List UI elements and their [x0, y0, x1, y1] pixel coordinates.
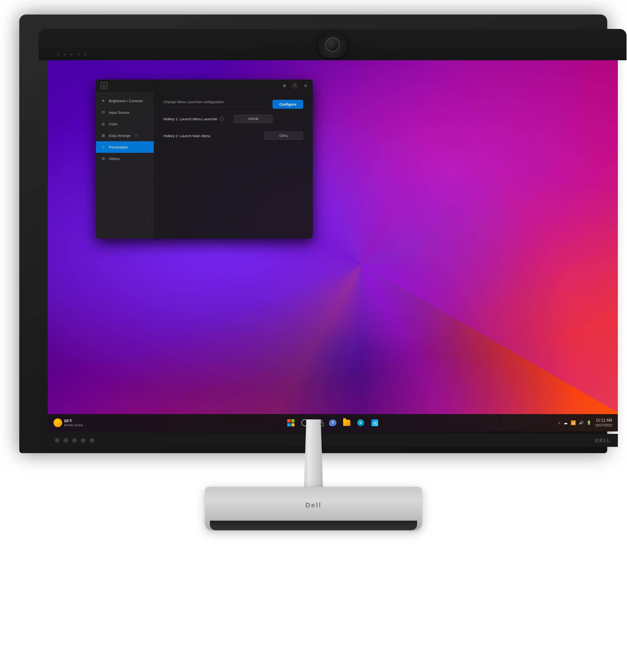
others-icon: ⊟: [101, 156, 105, 161]
indicator-light-1: [57, 53, 59, 55]
weather-icon: [53, 418, 62, 427]
dell-logo-stand: Dell: [305, 501, 321, 509]
monitor-button-group-left: [55, 438, 94, 442]
app-window: ◱ ⚙ ? ✕: [96, 79, 313, 239]
edge-button[interactable]: e: [356, 418, 365, 427]
hotkey2-input[interactable]: [265, 131, 303, 140]
app-logo: ◱: [101, 82, 107, 89]
windows-icon: [287, 419, 294, 426]
close-icon: ✕: [303, 83, 309, 89]
file-explorer-button[interactable]: [342, 418, 351, 427]
taskbar-right: ∧ ☁ 📶 🔊 🔋 11:11 AM 10/27/2023: [558, 418, 612, 428]
configure-button[interactable]: Configure: [272, 100, 303, 109]
sidebar-item-input-source[interactable]: ⊡ Input Source: [96, 106, 154, 118]
question-icon: ?: [292, 83, 297, 88]
taskbar-weather[interactable]: 68°F Mostly Sunny: [53, 418, 83, 427]
taskbar-time: 11:11 AM: [595, 418, 612, 423]
stand-base-front: [210, 521, 417, 530]
monitor-btn-5[interactable]: [90, 438, 94, 442]
webcam-bump: [318, 31, 347, 58]
gear-icon: ⚙: [282, 83, 287, 89]
indicator-light-4: [78, 53, 79, 55]
personalize-icon: ☆: [101, 145, 105, 149]
hotkey2-label: Hotkey 2: Launch Main Menu: [163, 134, 210, 138]
indicator-lights: [48, 53, 86, 55]
scene: ◱ ⚙ ? ✕: [0, 0, 627, 672]
close-button[interactable]: ✕: [302, 82, 309, 89]
taskbar: 68°F Mostly Sunny: [48, 414, 618, 431]
volume-icon[interactable]: 🔊: [579, 421, 584, 425]
edge-icon: e: [357, 419, 364, 426]
taskbar-weather-info: 68°F Mostly Sunny: [64, 419, 83, 427]
easy-arrange-info-icon: ⓘ: [135, 133, 138, 138]
sidebar-label-personalize: Personalize: [109, 145, 128, 149]
taskbar-center: T e: [286, 418, 379, 427]
hotkey1-input[interactable]: [234, 115, 272, 123]
sidebar-item-personalize[interactable]: ☆ Personalize: [96, 141, 154, 153]
chevron-icon[interactable]: ∧: [558, 421, 560, 425]
main-content: Configure Change Menu Launcher configura…: [154, 92, 313, 239]
sidebar-label-brightness: Brightness / Contrast: [109, 99, 143, 103]
app-controls: ⚙ ? ✕: [281, 82, 309, 89]
monitor-btn-4[interactable]: [81, 438, 85, 442]
taskbar-temperature: 68°F: [64, 419, 83, 423]
monitor-brand-logo: DELL: [595, 438, 611, 443]
color-icon: ◎: [101, 121, 105, 126]
monitor-outer: ◱ ⚙ ? ✕: [19, 15, 607, 453]
sidebar-label-color: Color: [109, 122, 118, 126]
file-explorer-icon: [343, 419, 351, 426]
chat-button[interactable]: T: [328, 418, 337, 427]
wifi-icon[interactable]: 📶: [571, 420, 576, 426]
hotkey1-label: Hotkey 1: Launch Menu Launcher ⓘ: [163, 117, 224, 121]
hotkey2-label-text: Hotkey 2: Launch Main Menu: [163, 134, 210, 138]
taskbar-left: 68°F Mostly Sunny: [53, 418, 83, 427]
start-button[interactable]: [286, 418, 295, 427]
hotkey1-label-text: Hotkey 1: Launch Menu Launcher: [163, 117, 218, 121]
input-source-icon: ⊡: [101, 110, 105, 115]
sidebar-item-color[interactable]: ◎ Color: [96, 118, 154, 130]
app-logo-symbol: ◱: [103, 84, 106, 88]
webcam-bar: [39, 29, 627, 60]
monitor-btn-1[interactable]: [55, 438, 59, 442]
taskbar-clock[interactable]: 11:11 AM 10/27/2023: [595, 418, 612, 428]
win-icon-blue: [287, 423, 291, 427]
onedrive-icon[interactable]: ☁: [563, 420, 568, 426]
hotkey1-info-icon[interactable]: ⓘ: [219, 117, 224, 121]
easy-arrange-icon: ⊞: [101, 133, 105, 138]
app-body: ☀ Brightness / Contrast ⊡ Input Source ◎…: [96, 92, 313, 239]
indicator-light-5: [85, 53, 86, 55]
store-icon: 🛍: [371, 419, 378, 426]
app-titlebar: ◱ ⚙ ? ✕: [96, 79, 313, 92]
win-icon-green: [291, 419, 295, 423]
taskbar-condition: Mostly Sunny: [64, 423, 83, 427]
sidebar-label-easy-arrange: Easy Arrange: [109, 134, 130, 138]
sidebar-label-input-source: Input Source: [109, 111, 129, 115]
sidebar: ☀ Brightness / Contrast ⊡ Input Source ◎…: [96, 92, 154, 239]
indicator-light-2: [64, 53, 66, 55]
sidebar-item-others[interactable]: ⊟ Others: [96, 153, 154, 164]
monitor-btn-2[interactable]: [64, 438, 68, 442]
brightness-icon: ☀: [101, 98, 105, 103]
chat-icon: T: [329, 419, 336, 426]
screen-bezel: ◱ ⚙ ? ✕: [48, 60, 618, 431]
sidebar-item-easy-arrange[interactable]: ⊞ Easy Arrange ⓘ: [96, 130, 154, 141]
battery-icon[interactable]: 🔋: [586, 421, 591, 425]
store-button[interactable]: 🛍: [370, 418, 379, 427]
webcam-lens: [325, 38, 340, 52]
monitor-bottom-bar: DELL: [48, 434, 618, 447]
sidebar-label-others: Others: [109, 157, 120, 161]
taskbar-sys-icons: ∧ ☁ 📶 🔊 🔋: [558, 420, 591, 426]
taskbar-date: 10/27/2023: [595, 423, 612, 428]
sidebar-item-brightness[interactable]: ☀ Brightness / Contrast: [96, 95, 154, 106]
settings-button[interactable]: ⚙: [281, 82, 288, 89]
win-icon-yellow: [291, 423, 295, 427]
hotkey2-row: Hotkey 2: Launch Main Menu: [163, 130, 303, 140]
monitor-btn-3[interactable]: [72, 438, 77, 442]
indicator-light-3: [71, 53, 73, 55]
help-button[interactable]: ?: [292, 82, 298, 89]
hotkey1-row: Hotkey 1: Launch Menu Launcher ⓘ: [163, 113, 272, 123]
win-icon-red: [287, 419, 291, 423]
